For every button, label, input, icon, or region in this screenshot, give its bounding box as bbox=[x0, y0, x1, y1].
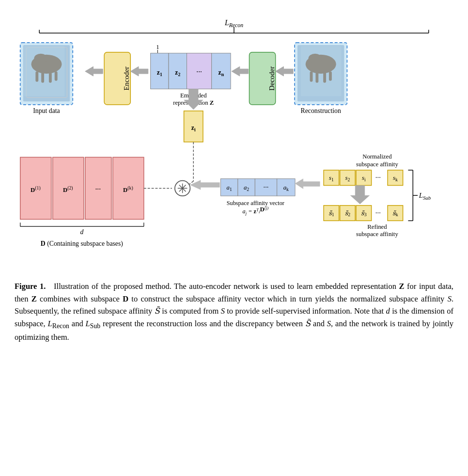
refined-label2: subspace affinity bbox=[356, 231, 398, 238]
svg-marker-25 bbox=[276, 66, 293, 76]
reconstruction-label: Reconstruction bbox=[301, 107, 341, 114]
lrecon-label: LRecon bbox=[224, 18, 243, 29]
svg-marker-57 bbox=[295, 179, 320, 189]
norm-label2: subspace affinity bbox=[356, 161, 398, 168]
d-brace-label: d bbox=[80, 228, 83, 236]
d-desc-label: D (Containing subspace bases) bbox=[41, 240, 123, 248]
decoder-label: Decoder bbox=[268, 66, 276, 91]
norm-label1: Normalized bbox=[362, 153, 392, 160]
svg-marker-15 bbox=[85, 66, 103, 76]
lsub-label: LSub bbox=[419, 191, 431, 201]
svg-rect-14 bbox=[24, 46, 65, 96]
a-dots: ··· bbox=[263, 183, 268, 191]
refined-label1: Refined bbox=[367, 223, 387, 230]
encoder-label: Encoder bbox=[123, 66, 130, 90]
figure-label: Figure 1. bbox=[15, 282, 46, 291]
svg-marker-23 bbox=[232, 66, 248, 76]
svg-marker-62 bbox=[350, 185, 369, 204]
s-dots: ··· bbox=[375, 174, 381, 181]
diagram-area: LRecon Input data bbox=[15, 10, 453, 271]
d-dots: ··· bbox=[95, 185, 101, 193]
svg-marker-52 bbox=[190, 180, 219, 190]
st-dots: ··· bbox=[375, 209, 381, 217]
input-data-label: Input data bbox=[33, 107, 60, 114]
affinity-eq-label: aj = zTiD(j) bbox=[243, 206, 269, 216]
figure-caption: Figure 1. Illustration of the proposed m… bbox=[15, 280, 453, 344]
svg-marker-17 bbox=[130, 66, 148, 76]
one-label: 1 bbox=[156, 44, 159, 50]
diagram-svg-wrapper: LRecon Input data bbox=[15, 15, 453, 262]
affinity-vec-label: Subspace affinity vector bbox=[227, 200, 284, 206]
z-dots: ··· bbox=[196, 68, 202, 76]
svg-rect-34 bbox=[301, 46, 342, 96]
